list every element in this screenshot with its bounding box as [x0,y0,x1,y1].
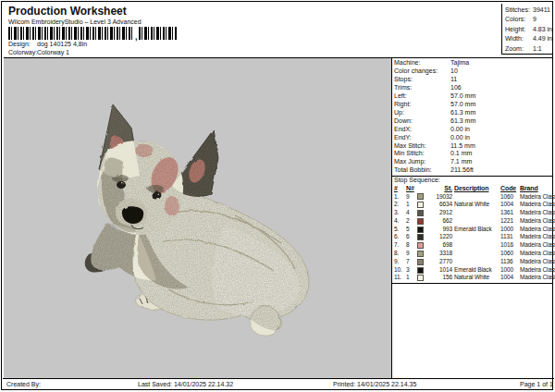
machine-info-value: 61.3 mm [450,109,475,117]
chihuahua-embroidery-design [4,58,391,378]
summary-value: 39411 [533,6,550,15]
needle-num: 5 [406,226,415,234]
thread-brand: Madeira Classic 40 [520,201,555,209]
stop-num: 11. [394,274,404,282]
stop-sequence-row: 2. 1 6634 Natural White 1004 Madeira Cla… [394,201,552,209]
thread-color-swatch [417,267,424,274]
summary-label: Height: [505,25,533,34]
page-title: Production Worksheet [8,5,127,18]
stitch-count: 993 [430,226,452,234]
stop-table-bottom-separator [392,283,553,284]
stitch-count: 662 [430,217,452,226]
stop-num: 5. [394,226,404,234]
needle-num: 1 [406,274,415,282]
machine-info-value: 7.1 mm [450,158,472,166]
thread-code: 1060 [500,250,518,258]
machine-info-label: Trims: [394,84,450,92]
thread-code: 1004 [500,274,518,282]
stop-sequence-header-row: # N# St. Description Code Brand [394,184,552,193]
design-value: dog 140125 4,8in [37,41,87,47]
footer-last-saved: Last Saved: 14/01/2025 22.14.32 [138,381,233,387]
app-version-subtitle: Wilcom EmbroideryStudio – Level 3 Advanc… [8,18,142,25]
thread-description: Natural White [454,274,499,282]
thread-code: 1221 [500,217,518,226]
footer-printed: Printed: 14/01/2025 22.14.35 [333,381,416,387]
machine-info-label: EndX: [394,126,450,134]
design-row: Design: dog 140125 4,8in [8,41,87,47]
thread-description: Emerald Black [454,266,499,275]
machine-info-value: 106 [450,84,462,92]
stitch-count: 19032 [430,193,452,202]
stop-sequence-row: 8. 9 3318 1060 Madeira Classic 40 [394,250,552,258]
thread-code: 1000 [500,226,518,234]
col-header-description: Description [454,184,499,193]
thread-brand: Madeira Classic 40 [520,226,555,234]
thread-brand: Madeira Classic 40 [520,274,555,282]
footer-page-number: Page 1 of 1 [520,381,553,387]
machine-info-row: Min Stitch: 0.1 mm [394,150,553,158]
thread-code: 1361 [500,209,518,217]
thread-code: 1136 [500,258,518,266]
stop-sequence-row: 9. 7 2770 1136 Madeira Classic 40 [394,258,552,266]
stop-sequence-row: 4. 2 662 1221 Madeira Classic 40 [394,217,552,226]
thread-brand: Madeira Classic 40 [520,217,555,226]
machine-info-label: Max Jump: [394,158,450,166]
machine-info-label: EndY: [394,134,450,142]
stop-sequence-row: 3. 4 2912 1361 Madeira Classic 40 [394,209,552,217]
thread-color-swatch [417,227,424,233]
col-header-num: # [394,184,404,193]
thread-brand: Madeira Classic 40 [520,266,555,275]
thread-description: Emerald Black [454,226,499,234]
stop-num: 6. [394,233,404,241]
summary-value: 4.83 in [533,25,552,34]
machine-info-value: 10 [450,67,458,76]
stop-num: 8. [394,250,404,258]
stop-sequence-title: Stop Sequence: [394,177,440,183]
machine-info-row: Down: 61.3 mm [394,117,553,126]
machine-info-value: 0.1 mm [450,150,472,158]
machine-info-row: Left: 57.0 mm [394,92,553,101]
thread-code: 1000 [500,266,518,275]
summary-value: 9 [533,15,536,24]
thread-brand: Madeira Classic 40 [520,193,555,202]
machine-info-value: Tajima [450,59,469,67]
stop-sequence-row: 6. 6 1220 1131 Madeira Classic 40 [394,233,552,241]
col-header-brand: Brand [520,184,552,193]
stop-num: 4. [394,217,404,226]
needle-num: 8 [406,241,415,250]
machine-info-value: 61.3 mm [450,117,475,126]
stop-sequence-rows: 1. 9 19032 1060 Madeira Classic 40 2. 1 … [394,193,552,283]
design-barcode: , [8,27,178,40]
machine-info-row: Max Jump: 7.1 mm [394,158,553,166]
thread-color-swatch [417,234,424,240]
thread-code: 1060 [500,193,518,202]
footer-separator [3,378,554,379]
footer-created-by: Created By: [6,381,41,387]
barcode-bars-left [8,27,134,40]
summary-label: Width: [505,34,533,43]
stop-sequence-row: 7. 8 698 1016 Madeira Classic 40 [394,241,552,250]
thread-description: Natural White [454,201,499,209]
thread-brand: Madeira Classic 40 [520,209,555,217]
needle-num: 9 [406,250,415,258]
stitch-count: 1014 [430,266,452,275]
thread-color-swatch [417,210,424,216]
colorway-row: Colorway: Colorway 1 [8,49,69,55]
summary-value: 4.49 in [533,34,552,43]
needle-num: 7 [406,258,415,266]
machine-info-label: Min Stitch: [394,150,450,158]
stitch-count: 2912 [430,209,452,217]
machine-info-row: Machine: Tajima [394,59,553,67]
col-header-code: Code [500,184,518,193]
thread-code: 1131 [500,233,518,241]
colorway-value: Colorway 1 [37,49,69,55]
col-header-n: N# [406,184,415,193]
summary-label: Zoom: [505,44,533,54]
machine-info-value: 0.00 in [450,134,470,142]
stop-sequence-row: 11. 1 156 Natural White 1004 Madeira Cla… [394,274,552,282]
stop-sequence-table: # N# St. Description Code Brand 1. 9 190… [394,184,552,282]
stitch-count: 1220 [430,233,452,241]
needle-num: 6 [406,233,415,241]
summary-row: Colors: 9 [505,15,553,24]
stop-num: 9. [394,258,404,266]
